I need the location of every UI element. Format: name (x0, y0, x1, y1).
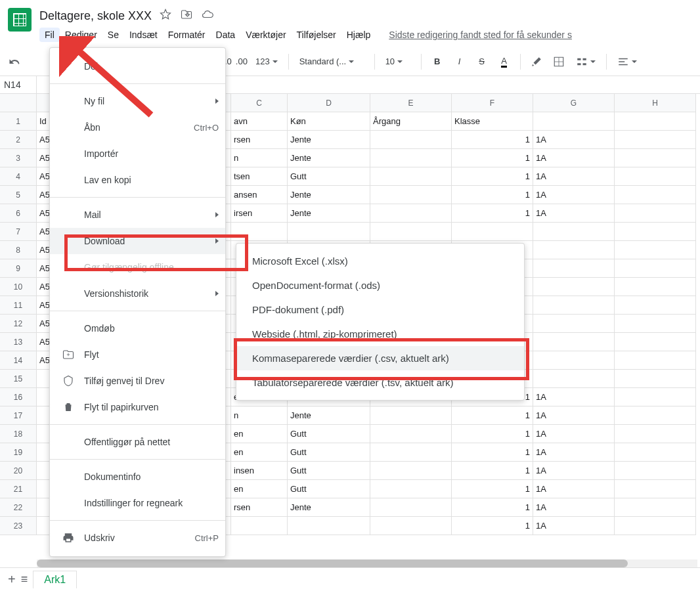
sheet-tabs: + ≡ Ark1 (0, 567, 700, 591)
menu-settings[interactable]: Indstillinger for regneark (50, 490, 225, 516)
sheets-logo[interactable] (8, 8, 34, 34)
download-html[interactable]: Webside (.html, zip-komprimeret) (236, 322, 524, 346)
menu-download[interactable]: Download (50, 228, 225, 254)
sheet-tab-1[interactable]: Ark1 (33, 571, 77, 588)
download-csv[interactable]: Kommaseparerede værdier (.csv, aktuelt a… (236, 346, 524, 370)
horizontal-scrollbar[interactable] (37, 559, 697, 567)
download-submenu: Microsoft Excel (.xlsx) OpenDocument-for… (236, 243, 525, 401)
menu-print[interactable]: UdskrivCtrl+P (50, 525, 225, 551)
strikethrough-button[interactable]: S (473, 53, 491, 71)
text-color-button[interactable]: A (495, 53, 514, 71)
menu-tools[interactable]: Værktøjer (240, 28, 291, 42)
menu-docinfo[interactable]: Dokumentinfo (50, 464, 225, 490)
document-title[interactable]: Deltagere, skole XXX (39, 9, 152, 23)
decimal-increase-icon[interactable]: .00 (236, 56, 248, 66)
add-sheet-button[interactable]: + (8, 572, 16, 587)
download-ods[interactable]: OpenDocument-format (.ods) (236, 273, 524, 297)
menu-mail[interactable]: Mail (50, 202, 225, 228)
menu-help[interactable]: Hjælp (341, 28, 376, 42)
merge-button[interactable] (572, 55, 600, 69)
file-menu-dropdown: Del Ny fil ÅbnCtrl+O Importér Lav en kop… (49, 47, 226, 557)
move-to-folder-icon[interactable] (181, 9, 192, 23)
menu-move[interactable]: Flyt (50, 341, 225, 368)
italic-button[interactable]: I (450, 53, 469, 71)
menu-add-shortcut[interactable]: Tilføj genvej til Drev (50, 368, 225, 394)
menu-rename[interactable]: Omdøb (50, 315, 225, 341)
menu-data[interactable]: Data (211, 28, 241, 42)
fontsize-combo[interactable]: 10 (382, 55, 414, 68)
annotation-arrow (59, 36, 158, 121)
name-box[interactable]: N14 (0, 76, 37, 93)
menu-trash[interactable]: Flyt til papirkurven (50, 394, 225, 420)
last-edit-link[interactable]: Sidste redigering fandt sted for få seku… (389, 30, 572, 40)
menu-import[interactable]: Importér (50, 141, 225, 167)
borders-button[interactable] (550, 53, 568, 71)
menu-offline[interactable]: Gør tilgængelig offline (50, 254, 225, 280)
fill-color-button[interactable] (527, 53, 546, 71)
download-xlsx[interactable]: Microsoft Excel (.xlsx) (236, 249, 524, 273)
all-sheets-button[interactable]: ≡ (21, 573, 28, 586)
halign-button[interactable] (613, 55, 641, 69)
menu-versions[interactable]: Versionshistorik (50, 280, 225, 307)
font-combo[interactable]: Standard (... (295, 55, 368, 68)
download-tsv[interactable]: Tabulatorseparerede værdier (.tsv, aktue… (236, 370, 524, 395)
star-icon[interactable] (160, 9, 171, 23)
download-pdf[interactable]: PDF-dokument (.pdf) (236, 297, 524, 322)
cloud-status-icon[interactable] (202, 9, 213, 23)
bold-button[interactable]: B (428, 53, 447, 71)
menu-file[interactable]: Fil (39, 28, 60, 42)
menu-format[interactable]: Formatér (163, 28, 211, 42)
menu-publish[interactable]: Offentliggør på nettet (50, 429, 225, 455)
menu-copy[interactable]: Lav en kopi (50, 167, 225, 193)
svg-line-0 (71, 44, 151, 115)
undo-button[interactable] (5, 53, 24, 71)
number-format-combo[interactable]: 123 (252, 55, 282, 68)
menu-addons[interactable]: Tilføjelser (292, 28, 341, 42)
